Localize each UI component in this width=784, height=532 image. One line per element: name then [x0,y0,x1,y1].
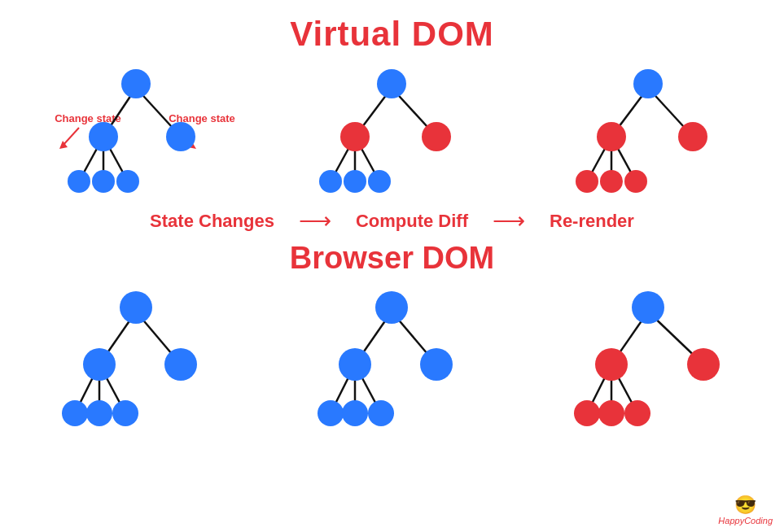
svg-point-13 [92,170,115,193]
svg-point-64 [632,291,664,324]
svg-point-68 [598,400,624,426]
svg-point-12 [68,170,90,193]
logo-emoji: 😎 [734,495,756,516]
svg-point-14 [116,170,139,193]
svg-point-10 [89,122,118,151]
step-compute-diff: Compute Diff [356,211,468,232]
svg-point-22 [422,122,451,151]
svg-point-53 [375,291,408,324]
browser-tree3-container [567,279,729,438]
svg-point-54 [339,348,371,381]
page-title: Virtual DOM [0,0,784,54]
svg-point-56 [318,400,344,426]
tree3-container [567,55,729,206]
browser-tree1-svg [55,279,217,438]
svg-point-69 [624,400,650,426]
svg-point-66 [687,348,720,381]
svg-point-21 [340,122,370,151]
tree2-container [310,55,473,206]
browser-dom-label: Browser DOM [0,241,784,276]
svg-point-67 [574,400,600,426]
tree1-svg [55,55,217,206]
browser-tree3-svg [567,279,729,438]
browser-tree2-svg [310,279,473,438]
step-re-render: Re-render [550,211,634,232]
svg-point-35 [600,170,623,193]
tree2-svg [310,55,473,206]
svg-point-44 [164,348,197,381]
browser-dom-section [0,279,784,438]
svg-point-36 [624,170,647,193]
svg-point-11 [166,122,195,151]
svg-point-55 [420,348,453,381]
svg-point-31 [633,69,663,98]
svg-point-9 [121,69,151,98]
logo: 😎 HappyCoding [718,495,773,525]
step-state-changes: State Changes [150,211,274,232]
svg-point-32 [597,122,626,151]
virtual-dom-section: Change state Change state [0,55,784,206]
svg-point-58 [368,400,394,426]
svg-point-20 [377,69,406,98]
svg-point-43 [83,348,116,381]
browser-tree2-container [310,279,473,438]
svg-point-34 [576,170,598,193]
tree3-svg [567,55,729,206]
logo-text: HappyCoding [718,516,773,525]
steps-row: State Changes ⟶ Compute Diff ⟶ Re-render [0,207,784,234]
arrow-1: ⟶ [299,207,331,234]
svg-point-23 [319,170,342,193]
svg-point-47 [112,400,138,426]
svg-point-45 [62,400,88,426]
browser-tree1-container [55,279,217,438]
tree1-container: Change state Change state [55,55,217,206]
svg-point-65 [595,348,628,381]
svg-point-25 [368,170,391,193]
svg-point-42 [120,291,152,324]
svg-point-33 [678,122,707,151]
virtual-dom-trees-row: Change state Change state [0,55,784,206]
svg-point-24 [344,170,366,193]
arrow-2: ⟶ [493,207,525,234]
svg-point-46 [86,400,112,426]
svg-point-57 [342,400,368,426]
